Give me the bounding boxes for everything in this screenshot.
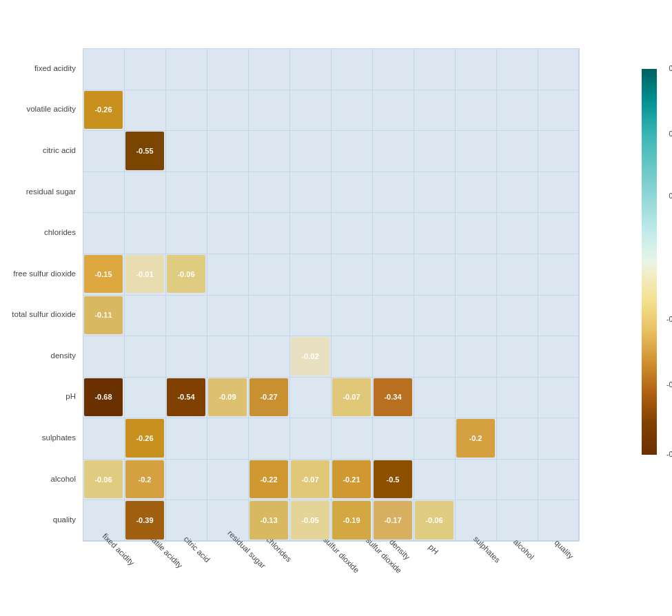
cell-r10-c1: -0.2 [125,460,164,499]
cell-r8-c7: -0.34 [374,378,412,417]
x-axis-labels: fixed acidityvolatile aciditycitric acid… [83,543,579,616]
cell-r8-c4: -0.27 [250,378,288,417]
legend-tick-0_4: 0.4 [669,130,672,138]
cell-r2-c1: -0.55 [125,132,164,170]
cell-r5-c0: -0.15 [84,255,123,294]
cell-r10-c7: -0.5 [374,460,412,499]
legend-tick-neg0_6: -0.6 [666,450,672,458]
cell-r1-c0: -0.26 [84,91,123,130]
y-label-citric-acid: citric acid [43,146,76,154]
cell-r7-c5: -0.02 [291,337,329,376]
cell-r11-c8: -0.06 [415,501,454,540]
cell-r11-c4: -0.13 [250,501,288,540]
cell-r5-c2: -0.06 [167,255,205,294]
colorbar-legend: 0.60.40.20-0.2-0.4-0.6 [639,55,660,482]
colorbar [642,69,657,455]
cell-r10-c4: -0.22 [250,460,288,499]
y-label-alcohol: alcohol [51,475,76,483]
cell-r8-c6: -0.07 [332,378,371,417]
y-label-residual-sugar: residual sugar [26,187,76,196]
legend-tick-0_2: 0.2 [669,192,672,200]
cell-r11-c7: -0.17 [374,501,412,540]
grid-line-v-8 [414,48,414,541]
cell-r8-c0: -0.68 [84,378,123,417]
cell-r10-c6: -0.21 [332,460,371,499]
y-label-volatile-acidity: volatile acidity [26,105,76,113]
cell-r10-c0: -0.06 [84,460,123,499]
grid-line-v-6 [331,48,332,541]
y-label-total-sulfur-dioxide: total sulfur dioxide [12,310,76,318]
grid-line-v-11 [538,48,538,541]
cell-r8-c3: -0.09 [208,378,247,417]
grid-line-v-3 [207,48,207,541]
y-label-chlorides: chlorides [44,228,76,236]
y-label-fixed-acidity: fixed acidity [34,64,76,72]
grid-line-v-10 [496,48,497,541]
grid-line-v-7 [372,48,373,541]
cell-r5-c1: -0.01 [125,255,164,294]
legend-tick-neg0_2: -0.2 [666,315,672,323]
y-label-density: density [51,351,76,360]
cell-r9-c1: -0.26 [125,419,164,458]
chart-area: fixed acidityvolatile aciditycitric acid… [83,48,593,565]
chart-title [0,0,672,12]
x-label-quality: quality [553,538,575,560]
grid-line-v-5 [289,48,290,541]
cell-r10-c5: -0.07 [291,460,329,499]
y-label-pH: pH [65,392,76,400]
y-label-free-sulfur-dioxide: free sulfur dioxide [13,269,76,278]
grid-line-v-12 [579,48,580,541]
chart-container: fixed acidityvolatile aciditycitric acid… [0,0,672,616]
cell-r6-c0: -0.11 [84,296,123,335]
grid-line-v-9 [455,48,456,541]
cell-r11-c1: -0.39 [125,501,164,540]
legend-tick-0_6: 0.6 [669,64,672,72]
y-label-quality: quality [53,515,76,524]
grid-line-v-4 [248,48,249,541]
legend-tick-neg0_4: -0.4 [666,380,672,389]
grid-line-v-0 [83,48,83,541]
cell-r8-c2: -0.54 [167,378,205,417]
y-axis-labels: fixed acidityvolatile aciditycitric acid… [3,48,79,541]
y-label-sulphates: sulphates [42,433,76,442]
grid-line-v-2 [165,48,166,541]
grid-line-v-1 [124,48,125,541]
cell-r11-c6: -0.19 [332,501,371,540]
x-label-pH: pH [427,543,440,556]
cell-r9-c9: -0.2 [456,419,495,458]
cell-r11-c5: -0.05 [291,501,329,540]
